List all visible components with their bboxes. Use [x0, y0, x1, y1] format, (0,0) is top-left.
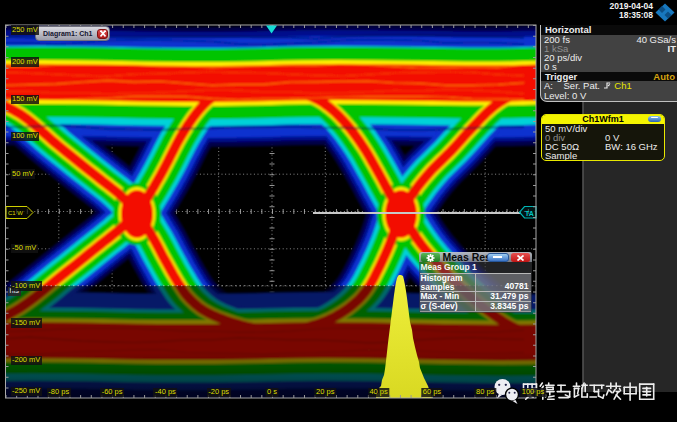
svg-text:TA: TA: [525, 210, 534, 217]
svg-text:C1 W: C1 W: [8, 210, 23, 216]
